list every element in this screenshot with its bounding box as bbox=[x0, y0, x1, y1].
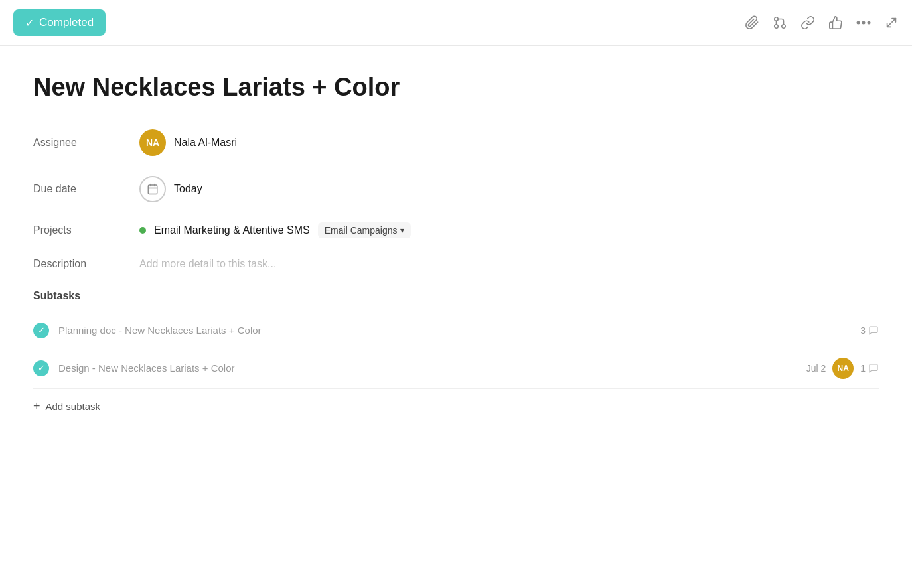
expand-icon[interactable] bbox=[884, 15, 899, 30]
toolbar: ✓ Completed bbox=[0, 0, 912, 46]
project-dot bbox=[139, 227, 146, 234]
assignee-value[interactable]: NA Nala Al-Masri bbox=[139, 129, 237, 156]
svg-point-0 bbox=[782, 25, 786, 29]
calendar-icon bbox=[139, 176, 166, 202]
subtask-title: Planning doc - New Necklaces Lariats + C… bbox=[58, 325, 262, 336]
assignee-row: Assignee NA Nala Al-Masri bbox=[33, 129, 879, 156]
projects-label: Projects bbox=[33, 224, 139, 236]
chevron-down-icon: ▾ bbox=[400, 226, 404, 235]
subtask-right: 3 bbox=[860, 325, 879, 336]
svg-point-3 bbox=[857, 21, 860, 25]
add-subtask-button[interactable]: + Add subtask bbox=[33, 388, 879, 424]
plus-icon: + bbox=[33, 400, 40, 413]
assignee-name: Nala Al-Masri bbox=[174, 137, 237, 149]
subtask-item[interactable]: ✓ Planning doc - New Necklaces Lariats +… bbox=[33, 313, 879, 348]
subtask-check-icon: ✓ bbox=[33, 323, 49, 338]
description-label: Description bbox=[33, 258, 139, 270]
projects-value[interactable]: Email Marketing & Attentive SMS Email Ca… bbox=[139, 222, 411, 238]
task-title[interactable]: New Necklaces Lariats + Color bbox=[33, 72, 879, 103]
projects-row: Projects Email Marketing & Attentive SMS… bbox=[33, 222, 879, 238]
attachment-icon[interactable] bbox=[745, 15, 759, 30]
toolbar-icons bbox=[745, 15, 899, 30]
due-date-label: Due date bbox=[33, 183, 139, 195]
subtask-check-icon: ✓ bbox=[33, 360, 49, 376]
due-date-row: Due date Today bbox=[33, 176, 879, 202]
due-date-value[interactable]: Today bbox=[139, 176, 202, 202]
branch-icon[interactable] bbox=[773, 15, 787, 30]
subtask-avatar: NA bbox=[832, 358, 854, 379]
subtasks-section: Subtasks ✓ Planning doc - New Necklaces … bbox=[33, 290, 879, 424]
subtask-right: Jul 2 NA 1 bbox=[806, 358, 879, 379]
comment-count: 1 bbox=[860, 363, 879, 374]
assignee-label: Assignee bbox=[33, 137, 139, 149]
avatar: NA bbox=[139, 129, 166, 156]
more-icon[interactable] bbox=[856, 21, 871, 25]
project-section-name: Email Campaigns bbox=[325, 225, 398, 236]
project-section[interactable]: Email Campaigns ▾ bbox=[318, 222, 412, 238]
subtask-left: ✓ Design - New Necklaces Lariats + Color bbox=[33, 360, 235, 376]
main-content: New Necklaces Lariats + Color Assignee N… bbox=[0, 46, 912, 451]
svg-point-5 bbox=[868, 21, 871, 25]
due-date-text: Today bbox=[174, 183, 202, 195]
add-subtask-label: Add subtask bbox=[46, 401, 101, 412]
thumbsup-icon[interactable] bbox=[828, 15, 843, 30]
subtask-title: Design - New Necklaces Lariats + Color bbox=[58, 362, 235, 374]
completed-label: Completed bbox=[39, 16, 94, 29]
completed-button[interactable]: ✓ Completed bbox=[13, 9, 106, 36]
project-name: Email Marketing & Attentive SMS bbox=[154, 224, 310, 236]
svg-point-4 bbox=[862, 21, 866, 25]
description-placeholder[interactable]: Add more detail to this task... bbox=[139, 258, 276, 270]
subtask-item[interactable]: ✓ Design - New Necklaces Lariats + Color… bbox=[33, 348, 879, 388]
subtask-left: ✓ Planning doc - New Necklaces Lariats +… bbox=[33, 323, 262, 338]
subtask-date: Jul 2 bbox=[806, 363, 826, 374]
link-icon[interactable] bbox=[800, 15, 815, 30]
svg-point-2 bbox=[775, 25, 779, 29]
checkmark-icon: ✓ bbox=[25, 17, 34, 29]
svg-rect-6 bbox=[148, 185, 157, 194]
description-row: Description Add more detail to this task… bbox=[33, 258, 879, 270]
subtasks-label: Subtasks bbox=[33, 290, 879, 302]
comment-count: 3 bbox=[860, 325, 879, 336]
